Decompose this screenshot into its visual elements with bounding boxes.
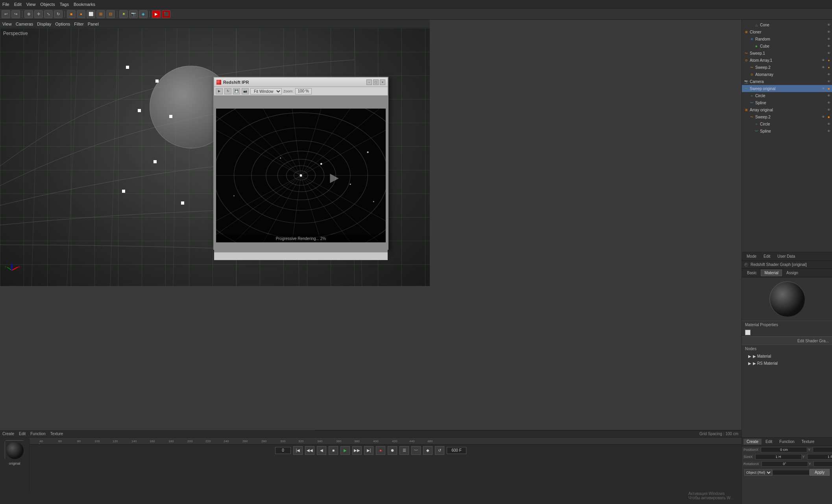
mode-tab[interactable]: Mode [743,253,760,259]
function-tab[interactable]: Function [776,439,797,445]
ipr-btn[interactable]: ⬛ [162,10,170,18]
scene-item-spline2[interactable]: 〰 Spline 👁 [742,127,832,135]
ipr-maximize-btn[interactable]: □ [373,79,379,85]
material-btn[interactable]: ◈ [139,10,148,18]
menu-tags[interactable]: Tags [60,2,69,7]
scene-item-sweep-original[interactable]: 〜 Sweep original 👁 ■ [742,85,832,92]
ipr-minimize-btn[interactable]: - [366,79,372,85]
ipr-render-btn[interactable]: ▶ [216,88,223,94]
create-tab[interactable]: Create [743,439,762,445]
rs-icon4: ■ [826,114,831,119]
pos-y-prefix: Y [808,447,812,452]
sweep1-label: Sweep.1 [750,51,765,55]
viewport-menu-panel[interactable]: Panel [88,22,99,26]
sphere-btn[interactable]: ● [77,10,85,18]
ipr-fit-window-dropdown[interactable]: Fit Window [250,88,282,94]
move-btn[interactable]: ✛ [34,10,43,18]
mat-color-swatch[interactable] [745,330,751,335]
play-btn[interactable]: ▶ [340,446,350,455]
size-x-input[interactable] [755,454,802,460]
material-node-item[interactable]: ▶ ▶ Material [745,353,829,360]
scene-item-sweep1[interactable]: 〜 Sweep.1 👁 [742,50,832,57]
size-value-field[interactable] [772,470,810,475]
array-btn[interactable]: ⊟ [106,10,115,18]
record-btn[interactable]: ● [376,446,385,455]
undo-btn[interactable]: ↩ [2,10,10,18]
render-btn[interactable]: ▶ [152,10,161,18]
prev-frame-btn[interactable]: ◀◀ [305,446,314,455]
edit-tab[interactable]: Edit [760,253,773,259]
cloner-btn[interactable]: ⊞ [96,10,105,18]
menu-objects[interactable]: Objects [40,2,55,7]
go-start-btn[interactable]: |◀ [293,446,303,455]
function-menu[interactable]: Function [30,432,45,436]
edit-attr-tab[interactable]: Edit [762,439,775,445]
create-menu[interactable]: Create [2,432,14,436]
userdata-tab[interactable]: User Data [774,253,798,259]
pos-y-input[interactable] [813,447,832,452]
timeline-btn[interactable]: ☰ [399,446,409,455]
motion-btn[interactable]: 〰 [411,446,421,455]
menu-view[interactable]: View [26,2,36,7]
ipr-cam-btn[interactable]: 📷 [242,88,249,94]
texture-menu[interactable]: Texture [50,432,63,436]
cylinder-btn[interactable]: ⬜ [87,10,95,18]
viewport-menu-filter[interactable]: Filter [74,22,83,26]
separator-4 [150,11,150,18]
assign-tab[interactable]: Assign [783,270,802,276]
current-frame-input[interactable] [275,447,291,454]
texture-tab[interactable]: Texture [799,439,818,445]
scene-item-cube[interactable]: ■ Cube 👁 [742,42,832,50]
ipr-zoom-value[interactable]: 100 % [295,88,312,94]
scene-item-atomarray2[interactable]: ⊙ Atomarray 👁 [742,71,832,78]
edit-shader-graph-btn[interactable]: Edit Shader Gra... [742,336,832,345]
menu-file[interactable]: File [2,2,9,7]
scene-item-atomarray1[interactable]: ⊙ Atom Array.1 👁 ● [742,57,832,64]
ipr-refresh-btn[interactable]: ↻ [224,88,231,94]
object-mode-select[interactable]: Object (Rel) [744,469,772,476]
rot-x-input[interactable] [762,461,808,467]
next-frame-btn[interactable]: ▶▶ [352,446,362,455]
svg-text:440: 440 [409,439,415,443]
scene-item-spline1[interactable]: 〰 Spline 👁 [742,99,832,106]
autokey-btn[interactable]: ⏺ [388,446,397,455]
pos-x-input[interactable] [761,447,807,452]
material-tab[interactable]: Material [761,270,782,276]
size-y-input[interactable] [807,454,832,460]
rotate-btn[interactable]: ↻ [54,10,63,18]
viewport-menu-options[interactable]: Options [55,22,70,26]
light-btn[interactable]: ☀ [119,10,128,18]
menu-bookmarks[interactable]: Bookmarks [74,2,95,7]
cube-btn[interactable]: ■ [67,10,76,18]
viewport-menu-display[interactable]: Display [37,22,51,26]
scene-item-camera[interactable]: 📷 Camera 👁 [742,78,832,85]
play-reverse-btn[interactable]: ◀ [317,446,326,455]
loop-btn[interactable]: ↺ [435,446,444,455]
apply-button[interactable]: Apply [810,469,830,476]
scene-item-array-original[interactable]: ⊞ Array original 👁 [742,106,832,113]
viewport-menu-view[interactable]: View [2,22,12,26]
stop-btn[interactable]: ■ [329,446,338,455]
scene-item-cone[interactable]: △ Cone 👁 [742,21,832,28]
rot-y-input[interactable] [814,461,832,467]
camera-btn[interactable]: 📷 [129,10,138,18]
scene-item-cloner[interactable]: ⊞ Cloner 👁 [742,28,832,35]
basic-tab[interactable]: Basic [743,270,760,276]
ipr-close-btn[interactable]: × [380,79,385,85]
viewport-menu-cameras[interactable]: Cameras [16,22,33,26]
scene-item-sweep2b[interactable]: 〜 Sweep.2 👁 ■ [742,113,832,120]
scene-item-sweep2a[interactable]: 〜 Sweep.2 👁 ● [742,64,832,71]
rs-material-node-item[interactable]: ▶ ▶ RS Material [745,360,829,367]
go-end-btn[interactable]: ▶| [364,446,373,455]
scale-btn[interactable]: ⤡ [44,10,53,18]
menu-edit[interactable]: Edit [14,2,22,7]
scene-item-circle2[interactable]: ○ Circle 👁 [742,120,832,127]
redo-btn[interactable]: ↪ [11,10,20,18]
edit-menu[interactable]: Edit [19,432,26,436]
keyframe-btn[interactable]: ◆ [423,446,433,455]
scene-item-random2[interactable]: ≋ Random 👁 [742,35,832,42]
live-sel-btn[interactable]: ⊕ [24,10,33,18]
end-frame-input[interactable] [447,447,466,454]
scene-item-circle1[interactable]: ○ Circle 👁 [742,92,832,99]
ipr-save-btn[interactable]: 💾 [233,88,240,94]
